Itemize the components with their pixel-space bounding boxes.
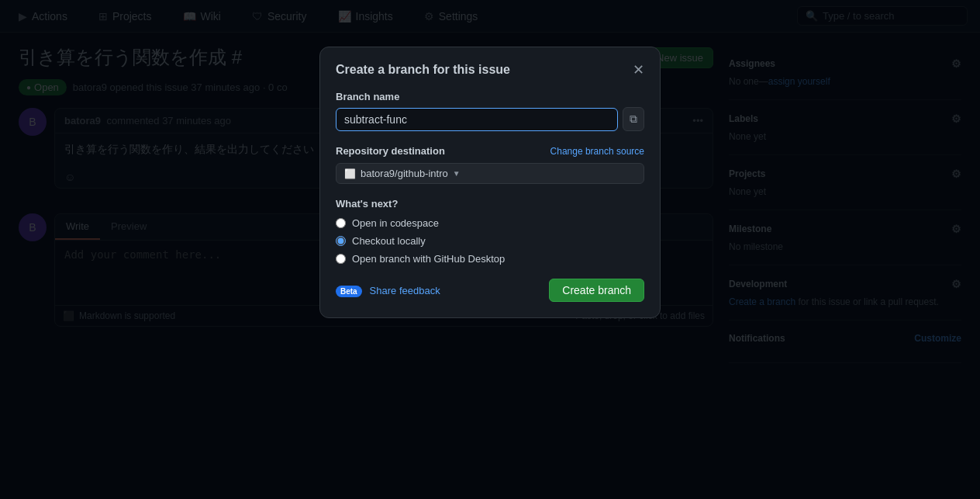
radio-codespace[interactable] — [336, 218, 346, 228]
radio-desktop-label: Open branch with GitHub Desktop — [352, 253, 505, 265]
copy-branch-name-button[interactable]: ⧉ — [623, 107, 644, 131]
chevron-down-icon: ▼ — [453, 169, 461, 178]
modal-footer: Beta Share feedback Create branch — [336, 279, 644, 302]
branch-name-input[interactable] — [336, 108, 618, 131]
share-feedback-link[interactable]: Share feedback — [370, 285, 440, 296]
radio-checkout-label: Checkout locally — [352, 235, 426, 247]
modal-close-button[interactable]: ✕ — [633, 63, 644, 77]
modal-header: Create a branch for this issue ✕ — [336, 63, 644, 77]
radio-option-checkout: Checkout locally — [336, 235, 644, 247]
change-branch-source-link[interactable]: Change branch source — [550, 146, 644, 157]
repo-icon: ⬜ — [344, 168, 356, 179]
repo-dest-label: Repository destination — [336, 145, 445, 157]
modal-title: Create a branch for this issue — [336, 63, 510, 77]
repo-selector[interactable]: ⬜ batora9/github-intro ▼ — [336, 163, 644, 184]
radio-codespace-label: Open in codespace — [352, 217, 439, 229]
radio-desktop[interactable] — [336, 254, 346, 264]
repo-dest-row: Repository destination Change branch sou… — [336, 145, 644, 157]
radio-option-desktop: Open branch with GitHub Desktop — [336, 253, 644, 265]
radio-option-codespace: Open in codespace — [336, 217, 644, 229]
beta-feedback: Beta Share feedback — [336, 284, 440, 296]
create-branch-button[interactable]: Create branch — [549, 279, 644, 302]
radio-checkout[interactable] — [336, 236, 346, 246]
create-branch-modal: Create a branch for this issue ✕ Branch … — [319, 47, 661, 318]
beta-badge: Beta — [336, 286, 362, 297]
whats-next-label: What's next? — [336, 198, 644, 210]
repo-name: batora9/github-intro — [361, 168, 448, 179]
branch-name-row: ⧉ — [336, 107, 644, 131]
branch-name-label: Branch name — [336, 91, 644, 102]
